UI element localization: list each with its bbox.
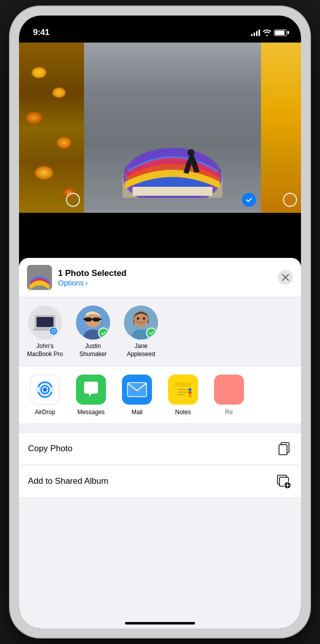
phone-screen: 9:41 [19, 16, 301, 628]
svg-point-17 [137, 317, 140, 320]
svg-point-30 [188, 391, 192, 394]
status-bar: 9:41 [19, 16, 301, 43]
notes-label: Notes [175, 409, 190, 416]
contact-jane-name: JaneAppleseed [127, 343, 156, 358]
messages-label: Messages [78, 409, 105, 416]
contact-jane-badge [146, 328, 157, 339]
contact-macbook-name: John'sMacBook Pro [27, 343, 63, 358]
svg-rect-12 [84, 318, 85, 320]
airdrop-label: AirDrop [35, 409, 56, 416]
contact-macbook[interactable]: John'sMacBook Pro [25, 305, 65, 358]
contact-justin-avatar [76, 305, 110, 340]
svg-point-29 [188, 388, 192, 391]
contact-jane-avatar [124, 305, 158, 340]
svg-rect-11 [92, 318, 93, 320]
svg-point-21 [43, 388, 47, 392]
status-icons [251, 30, 287, 36]
svg-point-18 [143, 317, 146, 320]
add-shared-album-icon [276, 473, 292, 489]
copy-photo-label: Copy Photo [28, 444, 72, 454]
add-shared-album-label: Add to Shared Album [28, 476, 108, 486]
contact-justin-name: JustinShumaker [80, 343, 107, 358]
airdrop-icon [30, 375, 60, 405]
close-button[interactable] [278, 270, 293, 285]
reminders-icon [214, 375, 244, 405]
svg-rect-25 [175, 383, 191, 387]
share-header: 1 Photo Selected Options › [19, 258, 301, 297]
status-time: 9:41 [33, 28, 50, 38]
photo-right-select[interactable] [283, 193, 297, 207]
photo-center[interactable] [84, 43, 261, 213]
reminders-label: Re [225, 409, 232, 416]
svg-rect-22 [128, 383, 146, 397]
contact-justin[interactable]: JustinShumaker [73, 305, 113, 358]
phone-frame: 9:41 [10, 7, 310, 637]
share-thumbnail [27, 265, 52, 290]
photo-left[interactable] [19, 43, 84, 213]
photo-center-select[interactable] [242, 193, 256, 207]
battery-icon [274, 30, 287, 36]
svg-rect-33 [279, 445, 287, 455]
notes-icon [168, 375, 198, 405]
app-mail[interactable]: Mail [119, 375, 155, 416]
home-indicator [125, 622, 195, 624]
contact-macbook-avatar [28, 305, 62, 340]
svg-rect-10 [93, 317, 100, 321]
content-area: 1 Photo Selected Options › [19, 43, 301, 628]
svg-point-31 [188, 394, 192, 397]
photo-right[interactable] [261, 43, 301, 213]
contacts-row: John'sMacBook Pro [19, 297, 301, 366]
contact-justin-badge [98, 328, 109, 339]
app-airdrop[interactable]: AirDrop [27, 375, 63, 416]
bottom-sheet: 1 Photo Selected Options › [19, 258, 301, 628]
photo-gallery [19, 43, 301, 213]
app-notes[interactable]: Notes [165, 375, 201, 416]
photo-left-select[interactable] [66, 193, 80, 207]
share-options-label: Options [58, 278, 84, 287]
copy-photo-icon [276, 441, 292, 457]
rainbow-svg [122, 133, 222, 198]
share-options-chevron: › [86, 278, 88, 287]
contact-jane[interactable]: JaneAppleseed [121, 305, 161, 358]
mail-label: Mail [132, 409, 142, 416]
app-reminders[interactable]: Re [211, 375, 247, 416]
messages-icon [76, 375, 106, 405]
wifi-icon [263, 30, 271, 36]
share-title: 1 Photo Selected [58, 268, 272, 278]
svg-point-5 [188, 149, 194, 156]
mail-icon [122, 375, 152, 405]
share-title-area: 1 Photo Selected Options › [58, 268, 272, 287]
share-options-button[interactable]: Options › [58, 278, 272, 287]
apps-section: AirDrop Messages [19, 366, 301, 424]
action-buttons: Copy Photo Add to Shared Album [19, 432, 301, 498]
svg-rect-9 [85, 317, 92, 321]
svg-rect-13 [100, 318, 102, 320]
signal-bars-icon [251, 30, 260, 36]
copy-photo-button[interactable]: Copy Photo [19, 432, 301, 465]
svg-rect-4 [132, 187, 212, 196]
add-shared-album-button[interactable]: Add to Shared Album [19, 465, 301, 498]
app-messages[interactable]: Messages [73, 375, 109, 416]
apps-row: AirDrop Messages [19, 367, 301, 424]
